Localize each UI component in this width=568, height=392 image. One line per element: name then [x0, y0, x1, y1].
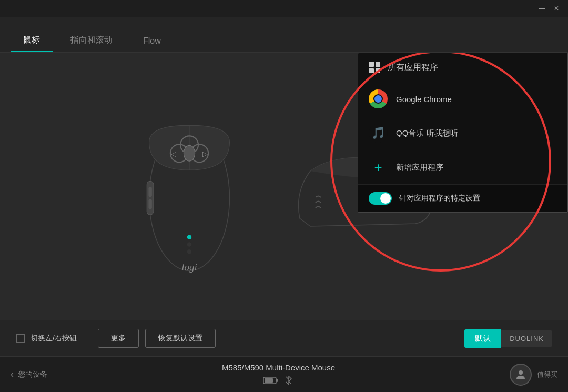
svg-point-11 — [187, 235, 192, 239]
qq-icon: 🎵 — [369, 124, 388, 143]
add-app-label: 新增应用程序 — [396, 163, 443, 173]
footer-center: M585/M590 Multi-Device Mouse — [47, 363, 510, 386]
right-buttons: 默认 DUOLINK — [464, 329, 552, 348]
qq-app-item[interactable]: 🎵 QQ音乐 听我想听 — [358, 116, 567, 150]
more-button[interactable]: 更多 — [98, 329, 139, 348]
svg-point-5 — [184, 145, 195, 161]
user-avatar[interactable] — [510, 364, 532, 386]
app-window: — ✕ 鼠标 指向和滚动 Flow 所有应用程序 Google Chrome 🎵… — [0, 0, 568, 392]
svg-rect-8 — [147, 181, 154, 215]
svg-text:◁: ◁ — [171, 149, 176, 157]
footer: ‹ 您的设备 M585/M590 Multi-Device Mouse — [0, 356, 568, 392]
chrome-icon — [369, 89, 388, 108]
default-button[interactable]: 默认 — [464, 329, 501, 348]
main-content: 所有应用程序 Google Chrome 🎵 QQ音乐 听我想听 + 新增应用程… — [0, 53, 568, 356]
checkbox-box[interactable] — [16, 334, 25, 343]
dropdown-footer: 针对应用程序的特定设置 — [358, 185, 567, 212]
app-dropdown-panel: 所有应用程序 Google Chrome 🎵 QQ音乐 听我想听 + 新增应用程… — [358, 53, 568, 213]
app-specific-toggle[interactable] — [369, 192, 392, 205]
dropdown-header: 所有应用程序 — [358, 53, 567, 82]
svg-rect-19 — [276, 379, 278, 382]
device-icons — [263, 375, 294, 386]
minimize-button[interactable]: — — [534, 1, 549, 16]
swap-buttons-checkbox[interactable]: 切换左/右按钮 — [16, 334, 77, 343]
avatar-icon — [514, 368, 527, 381]
battery-icon — [263, 376, 278, 385]
reset-button[interactable]: 恢复默认设置 — [145, 329, 216, 348]
svg-point-13 — [187, 249, 192, 254]
all-apps-label: 所有应用程序 — [388, 62, 438, 73]
tab-pointer[interactable]: 指向和滚动 — [58, 28, 125, 52]
back-arrow-icon: ‹ — [11, 369, 14, 380]
bottom-controls: 切换左/右按钮 更多 恢复默认设置 默认 DUOLINK — [0, 320, 568, 356]
mouse-front-svg: ◁ ▷ logi — [131, 97, 247, 276]
tab-mouse[interactable]: 鼠标 — [11, 28, 53, 52]
svg-point-21 — [519, 370, 523, 375]
chrome-app-item[interactable]: Google Chrome — [358, 82, 567, 116]
duolink-button[interactable]: DUOLINK — [501, 330, 552, 347]
back-to-devices[interactable]: ‹ 您的设备 — [11, 369, 47, 380]
svg-text:▷: ▷ — [202, 149, 208, 157]
qq-app-name: QQ音乐 听我想听 — [396, 128, 458, 138]
mouse-front-view: ◁ ▷ logi — [131, 97, 247, 276]
svg-rect-10 — [148, 199, 151, 209]
title-bar: — ✕ — [0, 0, 568, 17]
action-buttons: 更多 恢复默认设置 — [98, 329, 216, 348]
your-devices-label: 您的设备 — [18, 370, 47, 379]
add-icon: + — [369, 158, 388, 177]
swap-buttons-label: 切换左/右按钮 — [31, 334, 77, 343]
all-apps-icon — [369, 62, 380, 73]
add-app-item[interactable]: + 新增应用程序 — [358, 150, 567, 185]
close-button[interactable]: ✕ — [549, 1, 564, 16]
tab-flow[interactable]: Flow — [130, 30, 174, 52]
svg-point-12 — [187, 242, 192, 247]
bluetooth-icon — [283, 375, 294, 386]
chrome-app-name: Google Chrome — [396, 95, 452, 104]
app-specific-label: 针对应用程序的特定设置 — [399, 194, 480, 203]
device-name: M585/M590 Multi-Device Mouse — [222, 363, 335, 372]
watermark-text: 值得买 — [537, 370, 557, 379]
footer-right: 值得买 — [510, 364, 557, 386]
svg-rect-9 — [148, 187, 151, 197]
svg-text:logi: logi — [181, 262, 197, 273]
svg-rect-20 — [265, 378, 273, 383]
tab-bar: 鼠标 指向和滚动 Flow — [0, 17, 568, 53]
